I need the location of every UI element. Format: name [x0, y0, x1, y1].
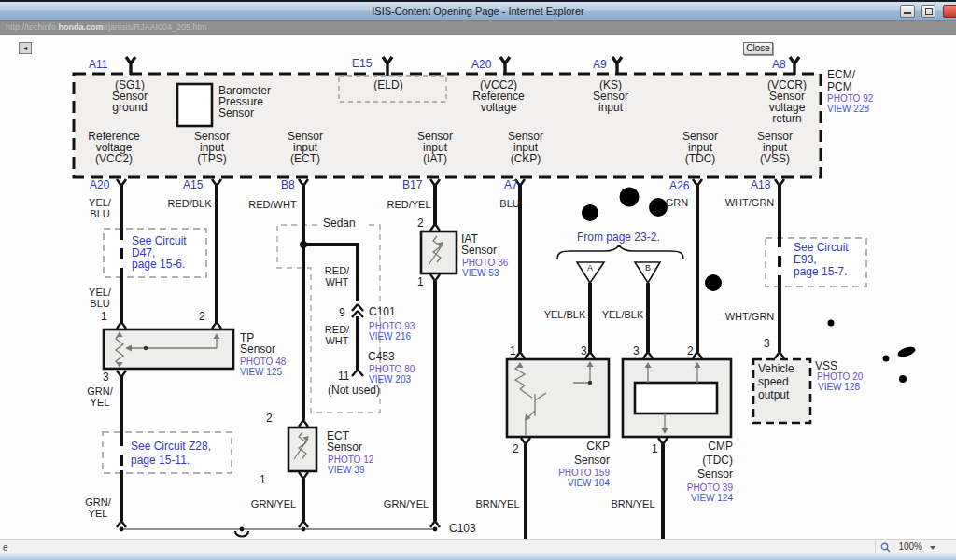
vehicle-speed-1: Vehicle — [758, 363, 794, 375]
fn-vss-tag: (VSS) — [760, 153, 790, 165]
tp-view-link[interactable]: VIEW 125 — [240, 368, 282, 378]
vss-name: VSS — [815, 360, 837, 372]
wire-grn-yel-3: GRN/YEL — [251, 499, 296, 511]
pin-label-a20-top[interactable]: A20 — [471, 59, 491, 71]
pin-label-a20[interactable]: A20 — [90, 179, 109, 191]
fn-ckp-tag: (CKP) — [511, 153, 541, 165]
zoom-level: 100% — [898, 541, 922, 552]
wire-yel-blu-2b: BLU — [90, 299, 109, 310]
close-window-button[interactable] — [943, 5, 956, 18]
iat-view-link[interactable]: VIEW 53 — [462, 269, 499, 279]
cmp-name-3: Sensor — [697, 469, 733, 481]
iat-photo-link[interactable]: PHOTO 36 — [462, 259, 508, 269]
vccr-return: return — [772, 113, 801, 125]
barometer-label-3: Sensor — [218, 107, 254, 119]
ecm-name-1: ECM/ — [827, 69, 855, 81]
ect-pin-1: 1 — [260, 474, 266, 486]
minimize-button[interactable] — [900, 5, 915, 18]
status-bar: e 100% — [0, 539, 956, 553]
c453-photo-link[interactable]: PHOTO 80 — [369, 365, 415, 375]
ecm-name-2: PCM — [827, 81, 852, 93]
ref-d47-line1[interactable]: See Circuit — [132, 235, 187, 247]
pin-label-a9[interactable]: A9 — [593, 59, 607, 71]
pin-label-a18[interactable]: A18 — [751, 179, 770, 191]
pin-label-a7[interactable]: A7 — [504, 179, 518, 191]
tp-name-2: Sensor — [240, 343, 275, 356]
wire-blu: BLU — [499, 199, 519, 210]
c103-label: C103 — [449, 523, 476, 535]
close-page-button[interactable]: Close — [743, 42, 773, 55]
tp-pin-1: 1 — [101, 311, 107, 323]
ect-pin-2: 2 — [266, 413, 273, 425]
wire-red-blk: RED/BLK — [167, 199, 211, 210]
ecm-view-link[interactable]: VIEW 228 — [827, 105, 869, 115]
pin-label-a11[interactable]: A11 — [89, 59, 107, 71]
wire-red-yel: RED/YEL — [387, 200, 430, 211]
fn-tps-tag: (TPS) — [197, 153, 226, 165]
pin-label-e15[interactable]: E15 — [352, 58, 372, 70]
minimize-icon — [904, 12, 911, 14]
ref-e93-line1[interactable]: See Circuit — [794, 242, 849, 254]
tp-pin-2: 2 — [199, 311, 205, 323]
cmp-name-2: (TDC) — [702, 455, 733, 467]
cmp-name-1: CMP — [708, 441, 733, 453]
wire-brn-yel-2: BRN/YEL — [611, 499, 654, 511]
tp-pin-3: 3 — [103, 371, 109, 384]
pin-label-b17[interactable]: B17 — [402, 179, 422, 191]
vss-view-link[interactable]: VIEW 128 — [818, 383, 860, 393]
wire-yel-blu-1b: BLU — [90, 209, 109, 220]
ckp-pin-2: 2 — [513, 443, 519, 455]
ect-photo-link[interactable]: PHOTO 12 — [328, 455, 373, 466]
pin-label-a15[interactable]: A15 — [183, 179, 203, 191]
wire-yel-blk-2: YEL/BLK — [602, 310, 644, 321]
url-path: /rjanisis/RJAAI004_205.htm — [104, 22, 207, 32]
c101-photo-link[interactable]: PHOTO 93 — [369, 322, 415, 332]
status-divider — [875, 541, 876, 553]
ref-d47-line3[interactable]: page 15-6. — [132, 259, 185, 271]
vehicle-speed-3: output — [758, 389, 789, 401]
ref-e93-line3[interactable]: page 15-7. — [794, 266, 847, 278]
ref-z28-line1[interactable]: See Circuit Z28, — [131, 441, 211, 453]
pin-label-b8[interactable]: B8 — [281, 179, 295, 191]
eld-tag: (ELD) — [373, 79, 402, 91]
wire-yel-blu-2a: YEL/ — [89, 287, 111, 299]
wire-red-wht-3b: WHT — [325, 336, 348, 347]
wire-red-wht: RED/WHT — [248, 200, 296, 211]
sedan-label: Sedan — [323, 217, 356, 230]
cmp-photo-link[interactable]: PHOTO 39 — [687, 483, 733, 494]
url-prefix: http://techinfo. — [6, 22, 59, 32]
pin-label-a26[interactable]: A26 — [669, 180, 689, 192]
address-bar[interactable]: http://techinfo.honda.com/rjanisis/RJAAI… — [0, 21, 956, 35]
vss-photo-link[interactable]: PHOTO 20 — [817, 372, 863, 383]
pin-label-a8[interactable]: A8 — [772, 59, 786, 71]
ckp-view-link[interactable]: VIEW 104 — [568, 479, 610, 489]
cmp-view-link[interactable]: VIEW 124 — [691, 494, 733, 504]
tp-photo-link[interactable]: PHOTO 48 — [240, 357, 286, 368]
c101-pin-9: 9 — [339, 307, 345, 319]
iat-pin-1: 1 — [417, 276, 424, 288]
ecm-photo-link[interactable]: PHOTO 92 — [827, 94, 873, 105]
wire-wht-grn-2: WHT/GRN — [725, 312, 775, 323]
ckp-name-1: CKP — [586, 441, 610, 453]
c101-view-link[interactable]: VIEW 216 — [369, 332, 411, 343]
ref-from-page[interactable]: From page 23-2. — [577, 231, 660, 244]
fn-tdc-tag: (TDC) — [685, 153, 716, 165]
ckp-name-2: Sensor — [574, 455, 610, 467]
ckp-pin-3: 3 — [581, 345, 587, 357]
c453-label: C453 — [368, 351, 395, 363]
ect-name-2: Sensor — [327, 441, 362, 454]
ect-view-link[interactable]: VIEW 39 — [328, 466, 364, 476]
zoom-caret-icon — [930, 546, 935, 550]
wire-grn: GRN — [666, 198, 688, 209]
ref-z28-line2[interactable]: page 15-11. — [131, 455, 190, 467]
c101-label: C101 — [369, 306, 396, 318]
back-button[interactable]: ◄ — [19, 42, 32, 54]
ckp-photo-link[interactable]: PHOTO 159 — [558, 469, 610, 479]
wire-brn-yel-1: BRN/YEL — [475, 499, 519, 511]
ref-e93-line2[interactable]: E93, — [794, 254, 817, 266]
maximize-button[interactable] — [921, 5, 935, 18]
vcc2-voltage: voltage — [481, 102, 517, 114]
fn-ect-tag: (ECT) — [290, 153, 320, 165]
wire-grn-yel-2b: YEL — [89, 509, 108, 520]
title-bar: ISIS-Content Opening Page - Internet Exp… — [0, 0, 956, 21]
